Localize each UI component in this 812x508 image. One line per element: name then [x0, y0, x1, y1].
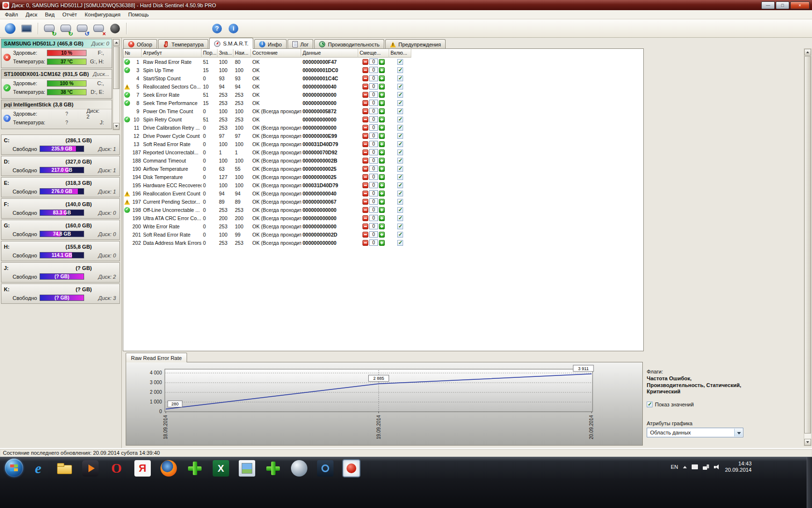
- column-header[interactable]: Смеще...: [358, 49, 389, 58]
- offset-increase-button[interactable]: [379, 100, 385, 106]
- smart-row[interactable]: 199 Ultra ATA CRC Error Co... 0 200 200 …: [123, 214, 643, 222]
- offset-decrease-button[interactable]: [362, 117, 368, 122]
- enabled-checkbox[interactable]: [397, 182, 403, 188]
- offset-decrease-button[interactable]: [362, 75, 368, 81]
- offset-increase-button[interactable]: [379, 199, 385, 205]
- smart-row[interactable]: 7 Seek Error Rate 51 253 253 OK 00000000…: [123, 90, 643, 99]
- offset-increase-button[interactable]: [379, 67, 385, 73]
- offset-value[interactable]: 0: [369, 75, 378, 81]
- offset-value[interactable]: 0: [369, 190, 378, 196]
- enabled-checkbox[interactable]: [397, 199, 403, 205]
- network-tray-icon[interactable]: [703, 464, 709, 470]
- tab[interactable]: Инфо: [254, 39, 287, 49]
- enabled-checkbox[interactable]: [397, 92, 403, 98]
- tab[interactable]: Производительность: [314, 39, 384, 49]
- partition-panel[interactable]: G: (160,0 GB) Свободно 74.8 GB Диск: 0: [1, 220, 120, 240]
- offset-decrease-button[interactable]: [362, 174, 368, 180]
- offset-value[interactable]: 0: [369, 182, 378, 188]
- menu-item[interactable]: Конфигурация: [81, 11, 124, 18]
- partition-panel[interactable]: J: (? GB) Свободно (? GB) Диск: 2: [1, 262, 120, 283]
- disk-overview-button[interactable]: [3, 21, 17, 36]
- enabled-checkbox[interactable]: [397, 125, 403, 131]
- offset-increase-button[interactable]: [379, 75, 385, 81]
- offset-decrease-button[interactable]: [362, 166, 368, 172]
- offset-value[interactable]: 0: [369, 116, 378, 122]
- offset-increase-button[interactable]: [379, 207, 385, 213]
- offset-decrease-button[interactable]: [362, 67, 368, 73]
- enabled-checkbox[interactable]: [397, 84, 403, 90]
- enabled-checkbox[interactable]: [397, 174, 403, 180]
- enabled-checkbox[interactable]: [397, 117, 403, 122]
- smart-row[interactable]: 10 Spin Retry Count 51 253 253 OK 000000…: [123, 115, 643, 123]
- smart-row[interactable]: 190 Airflow Temperature 0 63 55 OK (Всег…: [123, 164, 643, 173]
- tab[interactable]: Обзор: [123, 39, 157, 49]
- offset-value[interactable]: 0: [369, 174, 378, 180]
- offset-decrease-button[interactable]: [362, 59, 368, 65]
- smart-row[interactable]: 187 Reported Uncorrectabl... 0 1 1 OK (В…: [123, 148, 643, 156]
- column-header[interactable]: Наи...: [233, 49, 251, 58]
- scroll-up-button[interactable]: [113, 39, 119, 46]
- offset-decrease-button[interactable]: [362, 149, 368, 155]
- offset-increase-button[interactable]: [379, 166, 385, 172]
- dropdown-arrow-icon[interactable]: [734, 429, 742, 436]
- enabled-checkbox[interactable]: [397, 191, 403, 196]
- offset-increase-button[interactable]: [379, 108, 385, 114]
- show-desktop-button[interactable]: [807, 457, 812, 508]
- smart-row[interactable]: 200 Write Error Rate 0 253 100 OK (Всегд…: [123, 222, 643, 230]
- info-button[interactable]: i: [226, 21, 241, 36]
- scroll-up-button[interactable]: [804, 49, 811, 56]
- tab[interactable]: Температура: [158, 39, 209, 49]
- enabled-checkbox[interactable]: [397, 100, 403, 106]
- scroll-down-button[interactable]: [113, 123, 119, 130]
- offset-increase-button[interactable]: [379, 224, 385, 229]
- yandex-browser-icon[interactable]: [134, 460, 151, 477]
- menu-item[interactable]: Диск: [22, 11, 41, 18]
- disk-panel[interactable]: pqi IntelligentStick (3,8 GB) Здоровье: …: [1, 100, 112, 129]
- start-button[interactable]: [5, 459, 23, 477]
- offset-value[interactable]: 0: [369, 207, 378, 213]
- enabled-checkbox[interactable]: [397, 133, 403, 139]
- photo-viewer-icon[interactable]: [239, 460, 255, 477]
- offset-value[interactable]: 0: [369, 215, 378, 221]
- offset-increase-button[interactable]: [379, 117, 385, 122]
- sync-disk-button[interactable]: ↺: [75, 21, 89, 36]
- scroll-down-button[interactable]: [804, 439, 811, 446]
- opera-icon[interactable]: [108, 460, 125, 477]
- offset-increase-button[interactable]: [379, 215, 385, 221]
- enabled-checkbox[interactable]: [397, 207, 403, 213]
- offset-increase-button[interactable]: [379, 240, 385, 246]
- smart-row[interactable]: 195 Hardware ECC Recovered 0 100 100 OK …: [123, 181, 643, 189]
- ie-icon[interactable]: [30, 460, 46, 477]
- offset-value[interactable]: 0: [369, 133, 378, 139]
- column-header[interactable]: Состояние: [251, 49, 301, 58]
- disk-test-button[interactable]: ×: [91, 21, 106, 36]
- offset-increase-button[interactable]: [379, 59, 385, 65]
- rescan-disk-button[interactable]: ↻: [58, 21, 73, 36]
- scrollbar-thumb[interactable]: [804, 56, 811, 433]
- refresh-disk-button[interactable]: ↻: [42, 21, 57, 36]
- menu-item[interactable]: Вид: [41, 11, 58, 18]
- column-header[interactable]: №: [123, 49, 142, 58]
- green-cross-app-icon[interactable]: [187, 460, 203, 477]
- smart-row[interactable]: 12 Drive Power Cycle Count 0 97 97 OK (В…: [123, 132, 643, 140]
- offset-increase-button[interactable]: [379, 141, 385, 147]
- language-indicator[interactable]: EN: [671, 464, 678, 470]
- offset-decrease-button[interactable]: [362, 232, 368, 238]
- offset-value[interactable]: 0: [369, 231, 378, 238]
- offset-decrease-button[interactable]: [362, 215, 368, 221]
- menu-item[interactable]: Помощь: [124, 11, 153, 18]
- offset-decrease-button[interactable]: [362, 207, 368, 213]
- partition-panel[interactable]: H: (155,8 GB) Свободно 114.1 GB Диск: 0: [1, 241, 120, 261]
- taskbar-clock[interactable]: 14:43 20.09.2014: [725, 461, 752, 473]
- offset-increase-button[interactable]: [379, 125, 385, 131]
- graph-attributes-dropdown[interactable]: Область данных: [647, 428, 743, 437]
- smart-row[interactable]: 202 Data Address Mark Errors 0 253 253 O…: [123, 239, 643, 247]
- offset-increase-button[interactable]: [379, 182, 385, 188]
- offset-value[interactable]: 0: [369, 108, 378, 114]
- offset-decrease-button[interactable]: [362, 224, 368, 229]
- smart-row[interactable]: 198 Off-Line Uncorrectable ... 0 253 253…: [123, 206, 643, 214]
- offset-value[interactable]: 0: [369, 239, 378, 246]
- offset-increase-button[interactable]: [379, 174, 385, 180]
- disk-panel[interactable]: ST1000DX001-1CM162 (931,5 GB) Диск... Зд…: [1, 69, 112, 99]
- offset-value[interactable]: 0: [369, 141, 378, 147]
